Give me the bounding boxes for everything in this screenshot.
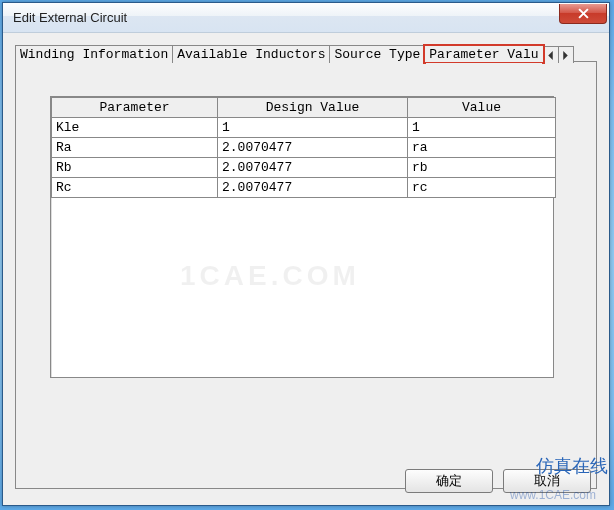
cell-parameter[interactable]: Rc <box>52 178 218 198</box>
tab-winding-information[interactable]: Winding Information <box>15 45 173 63</box>
cancel-button[interactable]: 取消 <box>503 469 591 493</box>
parameters-table-container: Parameter Design Value Value Kle 1 1 Ra <box>50 96 554 378</box>
cell-parameter[interactable]: Rb <box>52 158 218 178</box>
cell-design-value[interactable]: 1 <box>218 118 408 138</box>
cell-value[interactable]: rb <box>408 158 556 178</box>
cell-parameter[interactable]: Kle <box>52 118 218 138</box>
cell-value[interactable]: rc <box>408 178 556 198</box>
column-header-design-value[interactable]: Design Value <box>218 98 408 118</box>
table-header-row: Parameter Design Value Value <box>52 98 556 118</box>
parameters-table: Parameter Design Value Value Kle 1 1 Ra <box>51 97 556 198</box>
column-header-parameter[interactable]: Parameter <box>52 98 218 118</box>
tabs-row: Winding Information Available Inductors … <box>15 45 597 63</box>
dialog-window: Edit External Circuit Winding Informatio… <box>2 2 610 506</box>
column-header-value[interactable]: Value <box>408 98 556 118</box>
chevron-right-icon <box>562 51 569 60</box>
tab-frame: Winding Information Available Inductors … <box>15 61 597 489</box>
ok-button[interactable]: 确定 <box>405 469 493 493</box>
close-button[interactable] <box>559 4 607 24</box>
cell-parameter[interactable]: Ra <box>52 138 218 158</box>
chevron-left-icon <box>547 51 554 60</box>
cell-design-value[interactable]: 2.0070477 <box>218 138 408 158</box>
titlebar: Edit External Circuit <box>3 3 609 33</box>
cell-value[interactable]: 1 <box>408 118 556 138</box>
tab-available-inductors[interactable]: Available Inductors <box>172 45 330 63</box>
table-row[interactable]: Rb 2.0070477 rb <box>52 158 556 178</box>
tab-scroll-left-button[interactable] <box>543 46 559 63</box>
cell-value[interactable]: ra <box>408 138 556 158</box>
cell-design-value[interactable]: 2.0070477 <box>218 178 408 198</box>
close-icon <box>578 8 589 19</box>
table-row[interactable]: Kle 1 1 <box>52 118 556 138</box>
dialog-body: Winding Information Available Inductors … <box>3 33 609 505</box>
dialog-button-row: 确定 取消 <box>405 469 591 493</box>
tab-source-type[interactable]: Source Type <box>329 45 425 63</box>
window-title: Edit External Circuit <box>3 10 127 25</box>
table-row[interactable]: Ra 2.0070477 ra <box>52 138 556 158</box>
cell-design-value[interactable]: 2.0070477 <box>218 158 408 178</box>
tab-parameter-values[interactable]: Parameter Valu <box>424 45 543 63</box>
table-row[interactable]: Rc 2.0070477 rc <box>52 178 556 198</box>
tab-scroll-right-button[interactable] <box>558 46 574 63</box>
